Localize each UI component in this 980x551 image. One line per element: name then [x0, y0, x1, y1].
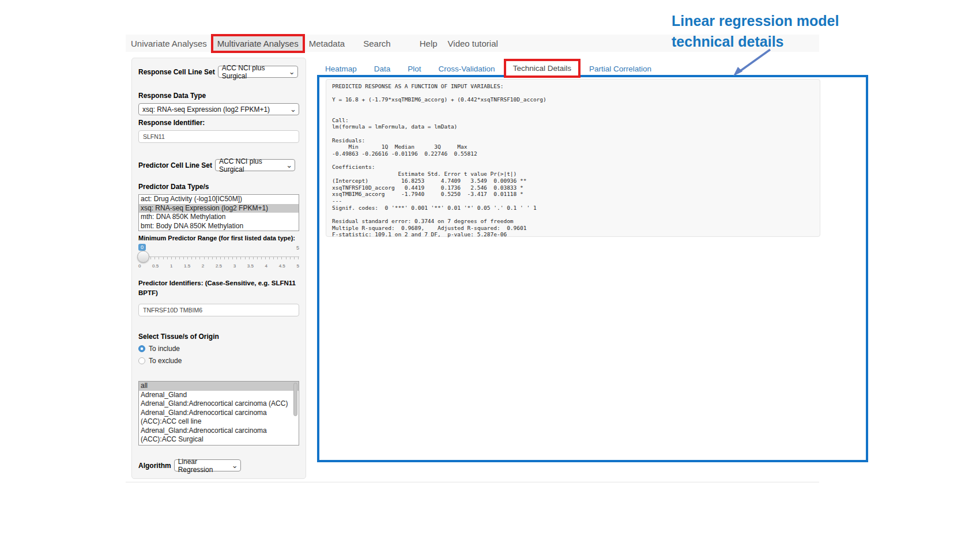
tab-technical-details[interactable]: Technical Details — [506, 59, 579, 77]
lm-summary-output: PREDICTED RESPONSE AS A FUNCTION OF INPU… — [332, 83, 814, 238]
algorithm-label: Algorithm — [138, 462, 171, 470]
tick: 0 — [138, 263, 141, 269]
chevron-down-icon: ⌄ — [282, 163, 292, 168]
slider-tickmarks — [138, 257, 299, 259]
results-tabbar: Heatmap Data Plot Cross-Validation Techn… — [318, 59, 658, 77]
tick: 2 — [202, 263, 204, 269]
nav-video-tutorial[interactable]: Video tutorial — [443, 36, 503, 51]
tissue-listbox: all Adrenal_Gland Adrenal_Gland:Adrenoco… — [138, 381, 299, 446]
listbox-option[interactable]: Adrenal_Gland:Adrenocortical carcinoma (… — [139, 399, 299, 409]
listbox-option[interactable]: mth: DNA 850K Methylation — [139, 213, 299, 222]
response-cell-line-set-value: ACC NCI plus Surgical — [222, 64, 285, 80]
bottom-divider — [126, 482, 819, 482]
tab-data[interactable]: Data — [367, 61, 398, 77]
listbox-option[interactable]: Adrenal_Gland — [139, 391, 299, 400]
annotation-arrow-icon — [715, 45, 784, 82]
radio-to-exclude-label: To exclude — [149, 357, 182, 365]
predictor-cell-line-set-select[interactable]: ACC NCI plus Surgical ⌄ — [215, 159, 295, 171]
nav-metadata[interactable]: Metadata — [304, 36, 350, 51]
nav-univariate-analyses[interactable]: Univariate Analyses — [126, 36, 212, 51]
tick: 4 — [265, 263, 267, 269]
radio-to-exclude[interactable]: To exclude — [138, 357, 299, 365]
listbox-option[interactable]: bmt: Body DNA 850K Methylation — [139, 222, 299, 231]
radio-selected-icon — [138, 345, 145, 352]
page: Univariate Analyses Multivariate Analyse… — [0, 0, 980, 551]
scrollbar — [293, 383, 298, 443]
listbox-option-selected[interactable]: xsq: RNA-seq Expression (log2 FPKM+1) — [139, 204, 299, 213]
response-data-type-label: Response Data Type — [138, 92, 299, 100]
scrollbar-thumb[interactable] — [293, 383, 297, 416]
tab-plot[interactable]: Plot — [401, 61, 428, 77]
algorithm-value: Linear Regression — [178, 458, 228, 474]
predictor-data-types-listbox: act: Drug Activity (-log10[IC50M]) xsq: … — [138, 194, 299, 231]
tick: 2.5 — [216, 263, 222, 269]
response-cell-line-set-select[interactable]: ACC NCI plus Surgical ⌄ — [218, 66, 298, 78]
predictor-identifiers-label: Predictor Identifiers: (Case-Sensitive, … — [138, 278, 301, 298]
technical-details-panel: PREDICTED RESPONSE AS A FUNCTION OF INPU… — [326, 79, 820, 237]
tick: 3 — [233, 263, 236, 269]
nav-multivariate-label: Multivariate Analyses — [217, 39, 299, 48]
response-data-type-select[interactable]: xsq: RNA-seq Expression (log2 FPKM+1) ⌄ — [138, 103, 299, 115]
tick: 3.5 — [247, 263, 254, 269]
tick: 0.5 — [152, 263, 159, 269]
listbox-option[interactable]: Adrenal_Gland:Adrenocortical carcinoma (… — [139, 409, 299, 427]
slider-tick-labels: 0 0.5 1 1.5 2 2.5 3 3.5 4 4.5 5 — [138, 263, 299, 269]
algorithm-select[interactable]: Linear Regression ⌄ — [174, 459, 241, 471]
listbox-option[interactable]: Adrenal_Gland:Adrenocortical carcinoma (… — [139, 427, 299, 444]
tab-cross-validation[interactable]: Cross-Validation — [432, 61, 502, 77]
slider-max-label: 5 — [296, 245, 299, 251]
chevron-down-icon: ⌄ — [228, 463, 238, 469]
nav-multivariate-analyses[interactable]: Multivariate Analyses — [212, 36, 304, 51]
min-predictor-range-slider: 0 5 0 0.5 1 1.5 2 2.5 3 3.5 4 4.5 5 — [138, 244, 299, 273]
tab-technical-details-label: Technical Details — [513, 64, 571, 73]
radio-unselected-icon — [138, 357, 145, 364]
tissue-origin-label: Select Tissue/s of Origin — [138, 333, 299, 341]
radio-to-include-label: To include — [149, 345, 180, 353]
predictor-cell-line-set-label: Predictor Cell Line Set — [138, 161, 212, 169]
tick: 1 — [170, 263, 172, 269]
sidebar-form: Response Cell Line Set ACC NCI plus Surg… — [131, 58, 306, 479]
listbox-option[interactable]: act: Drug Activity (-log10[IC50M]) — [139, 195, 299, 204]
response-cell-line-set-label: Response Cell Line Set — [138, 68, 215, 76]
tab-heatmap[interactable]: Heatmap — [318, 61, 364, 77]
annotation-callout-line1: Linear regression model — [672, 10, 839, 31]
listbox-option-selected[interactable]: all — [139, 382, 299, 391]
min-predictor-range-label: Minimum Predictor Range (for first liste… — [138, 235, 299, 241]
slider-value-badge: 0 — [138, 244, 146, 251]
tick: 4.5 — [279, 263, 285, 269]
radio-to-include[interactable]: To include — [138, 345, 299, 353]
slider-handle[interactable] — [137, 251, 149, 263]
tick: 1.5 — [184, 263, 190, 269]
nav-help[interactable]: Help — [414, 36, 443, 51]
chevron-down-icon: ⌄ — [287, 107, 296, 112]
nav-search[interactable]: Search — [358, 36, 396, 51]
predictor-cell-line-set-value: ACC NCI plus Surgical — [219, 157, 282, 173]
predictor-data-types-label: Predictor Data Type/s — [138, 183, 299, 191]
chevron-down-icon: ⌄ — [285, 69, 295, 75]
response-identifier-label: Response Identifier: — [138, 119, 299, 127]
predictor-identifiers-input[interactable] — [138, 304, 299, 316]
response-identifier-input[interactable] — [138, 130, 299, 143]
response-data-type-value: xsq: RNA-seq Expression (log2 FPKM+1) — [142, 105, 270, 114]
tick: 5 — [296, 263, 299, 269]
tab-partial-correlation[interactable]: Partial Correlation — [582, 61, 658, 77]
